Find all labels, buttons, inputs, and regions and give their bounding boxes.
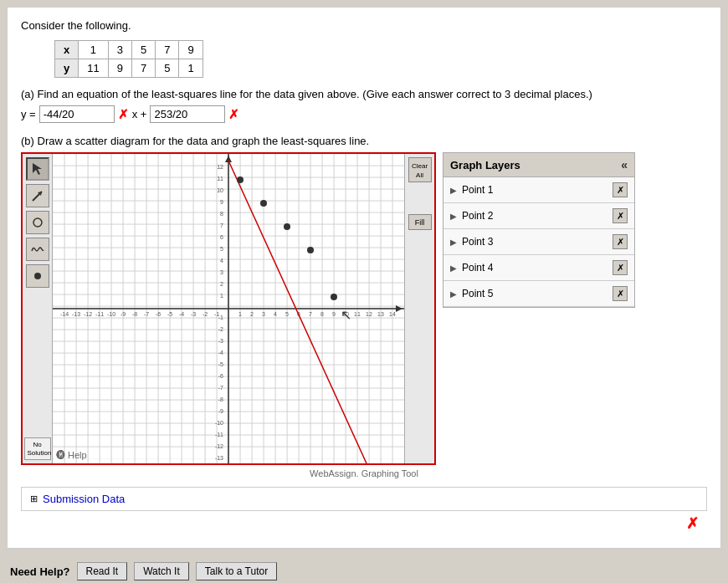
layers-header: Graph Layers « <box>443 153 634 177</box>
x-header: x <box>55 41 79 59</box>
watch-it-button[interactable]: Watch It <box>134 562 189 580</box>
layer-5-expand-icon[interactable]: ▶ <box>450 289 457 299</box>
svg-text:9: 9 <box>332 311 336 317</box>
graph-area: No Solution <box>21 152 436 465</box>
cursor-tool-button[interactable] <box>26 157 49 181</box>
x-val-3: 5 <box>131 41 155 59</box>
svg-text:1: 1 <box>220 293 223 299</box>
layer-item-5: ▶ Point 5 ✗ <box>443 281 634 307</box>
svg-text:-10: -10 <box>107 311 115 317</box>
svg-text:8: 8 <box>320 311 324 317</box>
svg-text:4: 4 <box>274 311 277 317</box>
x-val-1: 1 <box>79 41 108 59</box>
svg-text:3: 3 <box>262 311 265 317</box>
layer-5-label: Point 5 <box>462 288 493 299</box>
svg-text:-11: -11 <box>215 432 223 437</box>
submission-data-link[interactable]: Submission Data <box>43 493 125 505</box>
point-3 <box>284 223 290 230</box>
svg-text:-12: -12 <box>215 443 223 449</box>
equation-row: y = ✗ x + ✗ <box>21 105 707 123</box>
svg-marker-0 <box>33 163 42 175</box>
layer-item-3: ▶ Point 3 ✗ <box>443 229 634 255</box>
part-a-label: (a) Find an equation of the least-square… <box>21 88 707 100</box>
layer-2-expand-icon[interactable]: ▶ <box>450 212 457 221</box>
wave-tool-button[interactable] <box>26 238 49 261</box>
layer-item-1: ▶ Point 1 ✗ <box>443 177 634 203</box>
y-val-1: 11 <box>79 59 108 78</box>
slope-clear-button[interactable]: ✗ <box>118 107 129 122</box>
point-2 <box>260 200 267 207</box>
toolbar: No Solution <box>23 154 53 463</box>
svg-text:-8: -8 <box>218 396 223 402</box>
svg-text:10: 10 <box>217 187 223 193</box>
submission-section: ⊞ Submission Data <box>21 487 707 511</box>
layer-1-delete-button[interactable]: ✗ <box>613 182 628 197</box>
graph-layers-panel: Graph Layers « ▶ Point 1 ✗ ▶ Point 2 ✗ <box>443 152 635 308</box>
bottom-area: ✗ <box>21 511 707 536</box>
svg-text:-2: -2 <box>218 326 223 332</box>
no-solution-button[interactable]: No Solution <box>24 437 51 460</box>
svg-text:7: 7 <box>220 222 223 228</box>
fill-button[interactable]: Fill <box>408 214 432 230</box>
svg-text:2: 2 <box>220 281 223 287</box>
layer-3-label: Point 3 <box>462 236 493 248</box>
close-button[interactable]: ✗ <box>686 514 699 533</box>
no-solution-label: No Solution <box>28 441 52 458</box>
svg-point-4 <box>34 273 41 279</box>
data-table: x 1 3 5 7 9 y 11 9 7 5 1 <box>54 40 203 78</box>
graph-svg: -1 -2 -3 -4 -5 -6 -7 -8 -9 -10 -11 -12 -… <box>53 154 404 463</box>
need-help-row: Need Help? Read It Watch It Talk to a Tu… <box>0 555 728 583</box>
svg-text:6: 6 <box>220 234 223 240</box>
layer-3-expand-icon[interactable]: ▶ <box>450 238 457 247</box>
submission-expand-icon[interactable]: ⊞ <box>30 494 38 504</box>
svg-text:11: 11 <box>217 176 223 182</box>
svg-text:-7: -7 <box>144 311 149 317</box>
svg-text:2: 2 <box>250 311 254 317</box>
point-5 <box>331 294 337 300</box>
svg-point-3 <box>33 218 42 227</box>
svg-text:-11: -11 <box>95 311 104 317</box>
svg-text:-6: -6 <box>218 373 223 379</box>
y-val-5: 1 <box>179 59 203 78</box>
svg-text:-9: -9 <box>218 408 223 414</box>
svg-text:5: 5 <box>220 246 223 252</box>
layer-2-label: Point 2 <box>462 210 493 222</box>
svg-text:-6: -6 <box>156 311 161 317</box>
intercept-input[interactable] <box>150 105 225 123</box>
svg-text:1: 1 <box>238 311 242 317</box>
clear-all-button[interactable]: Clear All <box>408 157 432 182</box>
layer-5-delete-button[interactable]: ✗ <box>613 286 628 301</box>
x-plus-label: x + <box>132 108 147 120</box>
layer-item-2: ▶ Point 2 ✗ <box>443 203 634 229</box>
layer-2-delete-button[interactable]: ✗ <box>613 208 628 223</box>
help-icon: 🅜 Help <box>56 450 87 460</box>
layer-4-expand-icon[interactable]: ▶ <box>450 263 457 273</box>
layer-4-delete-button[interactable]: ✗ <box>613 260 628 275</box>
talk-to-tutor-button[interactable]: Talk to a Tutor <box>196 562 277 580</box>
read-it-button[interactable]: Read It <box>77 562 128 580</box>
svg-text:12: 12 <box>366 311 372 317</box>
circle-tool-button[interactable] <box>26 211 49 234</box>
svg-text:3: 3 <box>220 269 223 275</box>
svg-text:14: 14 <box>389 311 396 317</box>
layers-collapse-button[interactable]: « <box>621 158 628 171</box>
svg-text:-4: -4 <box>179 311 184 317</box>
svg-text:-4: -4 <box>218 350 223 355</box>
svg-text:-5: -5 <box>218 361 223 367</box>
layer-1-expand-icon[interactable]: ▶ <box>450 186 457 195</box>
point-1 <box>237 176 244 183</box>
slope-input[interactable] <box>39 105 115 123</box>
svg-text:-8: -8 <box>132 311 137 317</box>
graph-wrapper: No Solution <box>21 152 707 465</box>
graph-canvas[interactable]: -1 -2 -3 -4 -5 -6 -7 -8 -9 -10 -11 -12 -… <box>53 154 404 463</box>
problem-header: Consider the following. <box>21 19 707 32</box>
intercept-clear-button[interactable]: ✗ <box>228 107 239 122</box>
layers-title: Graph Layers <box>450 159 520 171</box>
need-help-label: Need Help? <box>10 565 70 578</box>
layer-3-delete-button[interactable]: ✗ <box>613 234 628 249</box>
svg-text:-10: -10 <box>215 420 223 426</box>
arrow-tool-button[interactable] <box>26 184 49 207</box>
watermark: WebAssign. Graphing Tool <box>21 468 707 478</box>
dot-tool-button[interactable] <box>26 264 49 288</box>
svg-text:-9: -9 <box>120 311 126 317</box>
